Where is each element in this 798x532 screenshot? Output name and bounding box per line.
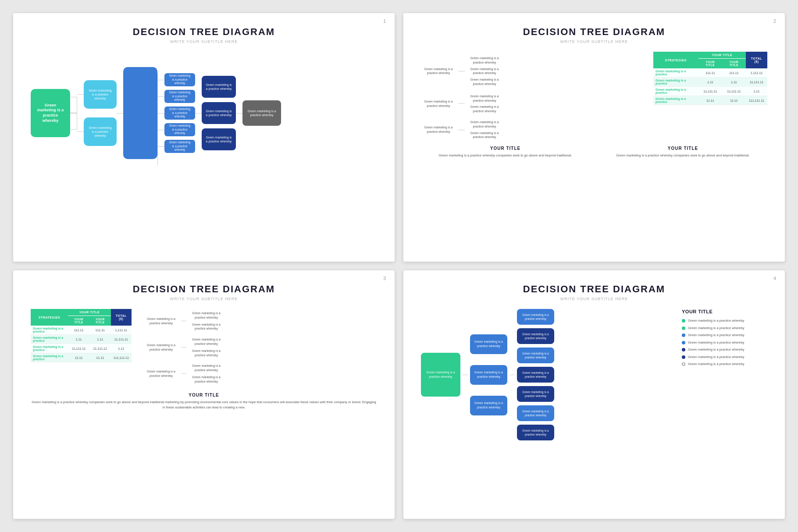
slide-2-bottom: YOUR TITLE Green marketing is a practice… bbox=[421, 146, 767, 158]
slide-1-title: DECISION TREE DIAGRAM bbox=[31, 26, 377, 38]
slide-2-content: Green marketing is a practice whereby Gr… bbox=[421, 52, 767, 139]
s4-leaf-3: Green marketing is a practice whereby bbox=[517, 348, 554, 363]
col-sub2-3: YOUR TITLE bbox=[89, 316, 111, 326]
connector bbox=[70, 113, 77, 113]
bullet-5 bbox=[682, 348, 685, 351]
table-row: Green marketing is a practice 11,111.11 … bbox=[31, 344, 132, 353]
col-your-title-group: YOUR TITLE bbox=[698, 52, 746, 59]
branch-node-5: Green marketing is a practice whereby bbox=[164, 140, 195, 153]
slide-3-bottom-title: YOUR TITLE bbox=[31, 393, 377, 397]
s3-node-2: Green marketing is a practice whereby bbox=[145, 343, 178, 352]
level4-node-1: Green marketing is a practice whereby bbox=[202, 76, 236, 98]
col-title-group-3: YOUR TITLE bbox=[68, 309, 110, 316]
slide-4-subtitle: WRITE YOUR SUBTITLE HERE bbox=[421, 297, 767, 301]
slide-4-content: Green marketing is a practice whereby Gr… bbox=[421, 309, 767, 440]
slide-2-number: 2 bbox=[773, 18, 776, 24]
slide-4-tree: Green marketing is a practice whereby Gr… bbox=[421, 309, 675, 440]
bottom-title-1: YOUR TITLE bbox=[421, 146, 590, 151]
bullet-7 bbox=[682, 362, 685, 366]
slide-3-subtitle: WRITE YOUR SUBTITLE HERE bbox=[31, 297, 377, 301]
s3-node-1: Green marketing is a practice whereby bbox=[145, 317, 178, 326]
bullet-3 bbox=[682, 333, 685, 337]
legend-title: YOUR TITLE bbox=[682, 309, 767, 314]
slide-2-subtitle: WRITE YOUR SUBTITLE HERE bbox=[421, 39, 767, 44]
s2-tree-r4: Green marketing is a practice whereby bbox=[467, 94, 502, 103]
slide-1-tree: Greenmarketing is apracticewhereby Green… bbox=[31, 52, 377, 174]
table-row: Green marketing is a practice 11.11 11.1… bbox=[31, 353, 132, 362]
s4-leaf-5: Green marketing is a practice whereby bbox=[517, 386, 554, 402]
level2-node-bottom: Green marketing is a practice whereby bbox=[84, 117, 117, 146]
branch-node-2: Green marketing is a practice whereby bbox=[164, 90, 195, 103]
level5-node: Green marketing is a practice whereby bbox=[242, 100, 281, 126]
s2-tree-r5: Green marketing is a practice whereby bbox=[467, 105, 502, 113]
s2-tree-l1: Green marketing is a practice whereby bbox=[421, 67, 456, 76]
s2-tree-r6: Green marketing is a practice whereby bbox=[467, 120, 502, 129]
branch-node-1: Green marketing is a practice whereby bbox=[164, 73, 195, 86]
branch-node-4: Green marketing is a practice whereby bbox=[164, 123, 195, 136]
s4-leaf-2: Green marketing is a practice whereby bbox=[517, 328, 554, 344]
legend-item-3: Green marketing is a practice whereby bbox=[682, 333, 767, 338]
slide-3-number: 3 bbox=[383, 276, 386, 281]
slide-3-content: STRATEGIES YOUR TITLE TOTAL ($) YOUR TIT… bbox=[31, 309, 377, 384]
s4-leaf-7: Green marketing is a practice whereby bbox=[517, 425, 554, 440]
slide-3-bottom: YOUR TITLE Green marketing is a practice… bbox=[31, 393, 377, 410]
table-row: Green marketing is a practice 1.11 1.11 … bbox=[653, 78, 767, 87]
slide-2: 2 DECISION TREE DIAGRAM WRITE YOUR SUBTI… bbox=[403, 13, 785, 262]
bullet-4 bbox=[682, 341, 685, 344]
data-table-3: STRATEGIES YOUR TITLE TOTAL ($) YOUR TIT… bbox=[31, 309, 132, 362]
col-sub2: YOUR TITLE bbox=[722, 59, 746, 69]
table-row: Green marketing is a practice 1.11 1.11 … bbox=[31, 335, 132, 344]
branch-node-3: Green marketing is a practice whereby bbox=[164, 106, 195, 120]
s4-root-node: Green marketing is a practice whereby bbox=[421, 353, 460, 397]
slide-4-number: 4 bbox=[773, 276, 776, 281]
slide-3-table: STRATEGIES YOUR TITLE TOTAL ($) YOUR TIT… bbox=[31, 309, 132, 362]
slide-1-subtitle: WRITE YOUR SUBTITLE HERE bbox=[31, 39, 377, 44]
col-total-3: TOTAL ($) bbox=[111, 309, 132, 326]
legend-item-7: Green marketing is a practice whereby bbox=[682, 362, 767, 367]
s4-leaf-level: Green marketing is a practice whereby Gr… bbox=[517, 309, 554, 440]
data-table-2: STRATEGIES YOUR TITLE TOTAL ($) YOUR TIT… bbox=[653, 52, 767, 105]
slide-4-title: DECISION TREE DIAGRAM bbox=[421, 284, 767, 295]
s2-tree-r2: Green marketing is a practice whereby bbox=[467, 67, 502, 76]
slide-2-title: DECISION TREE DIAGRAM bbox=[421, 26, 767, 38]
s4-leaf-1: Green marketing is a practice whereby bbox=[517, 309, 554, 325]
slide-3: 3 DECISION TREE DIAGRAM WRITE YOUR SUBTI… bbox=[13, 270, 395, 519]
legend-item-2: Green marketing is a practice whereby bbox=[682, 326, 767, 331]
s2-tree-r3: Green marketing is a practice whereby bbox=[467, 78, 502, 86]
table-row: Green marketing is a practice 111.11 111… bbox=[31, 326, 132, 335]
col-sub1-3: YOUR TITLE bbox=[68, 316, 89, 326]
slide-3-tree: Green marketing is a practice whereby Gr… bbox=[145, 309, 377, 384]
slide-2-table: STRATEGIES YOUR TITLE TOTAL ($) YOUR TIT… bbox=[653, 52, 767, 139]
legend-item-6: Green marketing is a practice whereby bbox=[682, 355, 767, 360]
bullet-2 bbox=[682, 326, 685, 330]
bottom-item-2: YOUR TITLE Green marketing is a practice… bbox=[598, 146, 767, 158]
s4-leaf-6: Green marketing is a practice whereby bbox=[517, 405, 554, 421]
table-row: Green marketing is a practice 11.11 11.1… bbox=[653, 96, 767, 105]
slide-3-bottom-text: Green marketing is a practice whereby co… bbox=[31, 400, 377, 410]
legend-item-5: Green marketing is a practice whereby bbox=[682, 348, 767, 352]
s2-tree-l2: Green marketing is a practice whereby bbox=[421, 99, 456, 108]
slide-4-legend: YOUR TITLE Green marketing is a practice… bbox=[682, 309, 767, 369]
s3-node-3: Green marketing is a practice whereby bbox=[145, 369, 178, 378]
slide-1: 1 DECISION TREE DIAGRAM WRITE YOUR SUBTI… bbox=[13, 13, 395, 262]
slide-2-tree: Green marketing is a practice whereby Gr… bbox=[421, 52, 645, 139]
level-3: Green marketing is a practice whereby Gr… bbox=[123, 67, 195, 159]
bottom-title-2: YOUR TITLE bbox=[598, 146, 767, 151]
s2-tree-l3: Green marketing is a practice whereby bbox=[421, 125, 456, 134]
bottom-text-2: Green marketing is a practice whereby co… bbox=[598, 153, 767, 158]
col-total: TOTAL ($) bbox=[746, 52, 767, 68]
s4-leaf-4: Green marketing is a practice whereby bbox=[517, 367, 554, 383]
s4-mid-level: Green marketing is a practice whereby Gr… bbox=[470, 334, 507, 415]
table-row: Green marketing is a practice 111.11 111… bbox=[653, 68, 767, 78]
bullet-1 bbox=[682, 319, 685, 323]
bottom-text-1: Green marketing is a practice whereby co… bbox=[421, 153, 590, 158]
slide-3-title: DECISION TREE DIAGRAM bbox=[31, 284, 377, 295]
s4-mid-node-2: Green marketing is a practice whereby bbox=[470, 365, 507, 385]
level4-node-2: Green marketing is a practice whereby bbox=[202, 102, 236, 124]
bottom-item-1: YOUR TITLE Green marketing is a practice… bbox=[421, 146, 590, 158]
level-2: Green marketing is a practice whereby Gr… bbox=[77, 80, 117, 146]
level2-node-top: Green marketing is a practice whereby bbox=[84, 80, 117, 109]
col-sub1: YOUR TITLE bbox=[698, 59, 722, 69]
s2-tree-r1: Green marketing is a practice whereby bbox=[467, 56, 502, 65]
level4-node-3: Green marketing is a practice whereby bbox=[202, 128, 236, 150]
